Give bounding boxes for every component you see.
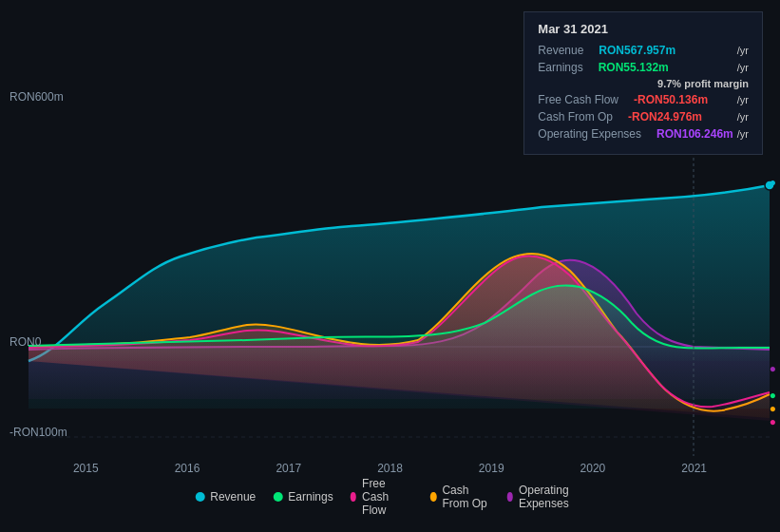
- chart-legend: Revenue Earnings Free Cash Flow Cash Fro…: [195, 477, 585, 517]
- tooltip-fcf-row: Free Cash Flow -RON50.136m /yr: [538, 93, 749, 106]
- legend-dot-earnings: [273, 492, 282, 502]
- tooltip-opex-suffix: /yr: [733, 128, 749, 140]
- legend-earnings[interactable]: Earnings: [273, 490, 333, 504]
- tooltip-cashfromop-suffix: /yr: [733, 111, 749, 123]
- right-dot-opex: ●: [770, 362, 776, 375]
- x-label-2018: 2018: [377, 462, 403, 475]
- data-tooltip: Mar 31 2021 Revenue RON567.957m /yr Earn…: [523, 11, 763, 155]
- x-label-2019: 2019: [479, 462, 504, 475]
- x-label-2015: 2015: [73, 462, 99, 475]
- right-dot-earnings: ●: [770, 389, 776, 402]
- tooltip-margin-row: 9.7% profit margin: [538, 78, 749, 89]
- tooltip-margin-value: 9.7% profit margin: [657, 78, 749, 89]
- tooltip-revenue-suffix: /yr: [733, 45, 749, 56]
- tooltip-earnings-label: Earnings: [538, 61, 582, 74]
- legend-opex[interactable]: Operating Expenses: [507, 484, 585, 510]
- legend-revenue[interactable]: Revenue: [195, 490, 256, 504]
- tooltip-revenue-label: Revenue: [538, 44, 583, 57]
- tooltip-earnings-suffix: /yr: [733, 62, 749, 73]
- tooltip-date: Mar 31 2021: [538, 22, 749, 36]
- x-label-2021: 2021: [681, 462, 707, 475]
- y-label-neg100: -RON100m: [10, 426, 67, 439]
- legend-label-cashfromop: Cash From Op: [442, 484, 489, 510]
- tooltip-cashfromop-label: Cash From Op: [538, 110, 613, 124]
- tooltip-fcf-value: -RON50.136m: [634, 93, 708, 106]
- legend-cashfromop[interactable]: Cash From Op: [430, 484, 489, 510]
- legend-label-revenue: Revenue: [210, 490, 256, 504]
- legend-label-opex: Operating Expenses: [519, 484, 585, 510]
- tooltip-fcf-suffix: /yr: [733, 94, 749, 105]
- y-label-0: RON0: [10, 335, 41, 349]
- right-dot-revenue: ●: [770, 176, 776, 189]
- tooltip-opex-label: Operating Expenses: [538, 127, 641, 141]
- tooltip-cashfromop-row: Cash From Op -RON24.976m /yr: [538, 110, 749, 124]
- legend-dot-opex: [507, 492, 513, 502]
- legend-fcf[interactable]: Free Cash Flow: [351, 477, 413, 517]
- tooltip-earnings-row: Earnings RON55.132m /yr: [538, 61, 749, 74]
- right-dot-cashfromop: ●: [770, 402, 776, 415]
- legend-dot-revenue: [195, 492, 204, 502]
- tooltip-opex-row: Operating Expenses RON106.246m /yr: [538, 127, 749, 141]
- legend-label-earnings: Earnings: [288, 490, 333, 504]
- right-dot-fcf: ●: [770, 415, 776, 428]
- x-label-2017: 2017: [276, 462, 301, 475]
- x-label-2020: 2020: [580, 462, 606, 475]
- legend-label-fcf: Free Cash Flow: [362, 477, 413, 517]
- legend-dot-cashfromop: [430, 492, 436, 502]
- legend-dot-fcf: [351, 492, 356, 502]
- tooltip-fcf-label: Free Cash Flow: [538, 93, 618, 106]
- tooltip-revenue-row: Revenue RON567.957m /yr: [538, 44, 749, 57]
- tooltip-revenue-value: RON567.957m: [599, 44, 675, 57]
- tooltip-opex-value: RON106.246m: [656, 127, 733, 141]
- x-label-2016: 2016: [175, 462, 200, 475]
- tooltip-cashfromop-value: -RON24.976m: [628, 110, 702, 124]
- chart-container: Mar 31 2021 Revenue RON567.957m /yr Earn…: [0, 0, 780, 532]
- y-label-600: RON600m: [10, 90, 64, 104]
- tooltip-earnings-value: RON55.132m: [599, 61, 669, 74]
